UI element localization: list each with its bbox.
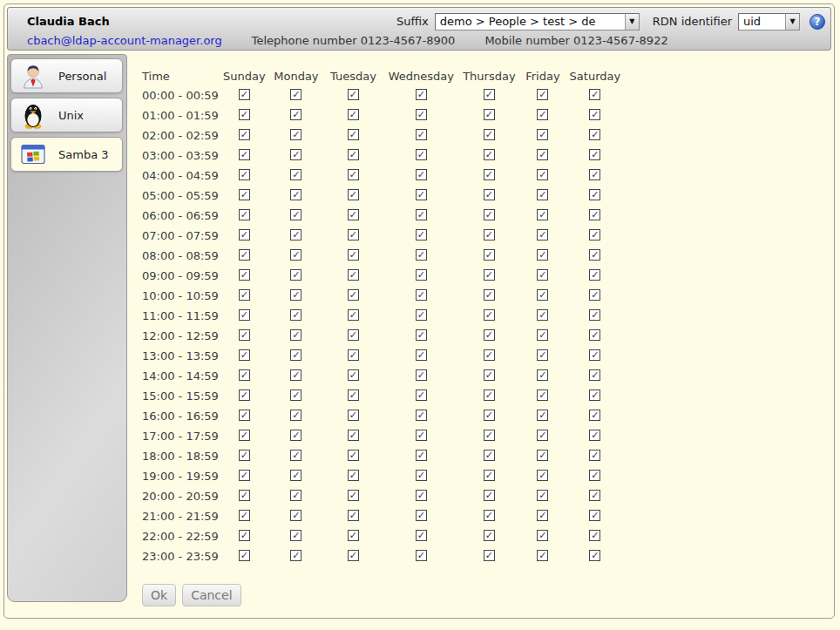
hour-checkbox[interactable]: ✓	[239, 89, 250, 100]
hour-checkbox[interactable]: ✓	[537, 209, 548, 220]
hour-checkbox[interactable]: ✓	[290, 189, 301, 200]
hour-checkbox[interactable]: ✓	[589, 550, 600, 561]
hour-checkbox[interactable]: ✓	[484, 530, 495, 541]
hour-checkbox[interactable]: ✓	[537, 430, 548, 441]
chevron-down-icon[interactable]: ▼	[785, 14, 799, 30]
hour-checkbox[interactable]: ✓	[239, 209, 250, 220]
hour-checkbox[interactable]: ✓	[239, 349, 250, 361]
hour-checkbox[interactable]: ✓	[537, 309, 548, 321]
hour-checkbox[interactable]: ✓	[537, 470, 548, 481]
hour-checkbox[interactable]: ✓	[484, 149, 495, 160]
hour-checkbox[interactable]: ✓	[484, 229, 495, 240]
hour-checkbox[interactable]: ✓	[537, 249, 548, 261]
hour-checkbox[interactable]: ✓	[290, 229, 301, 240]
hour-checkbox[interactable]: ✓	[348, 349, 359, 361]
hour-checkbox[interactable]: ✓	[589, 149, 600, 160]
hour-checkbox[interactable]: ✓	[290, 289, 301, 301]
hour-checkbox[interactable]: ✓	[348, 329, 359, 341]
hour-checkbox[interactable]: ✓	[290, 470, 301, 481]
hour-checkbox[interactable]: ✓	[290, 89, 301, 100]
hour-checkbox[interactable]: ✓	[589, 129, 600, 140]
hour-checkbox[interactable]: ✓	[537, 89, 548, 100]
hour-checkbox[interactable]: ✓	[484, 169, 495, 180]
rdn-identifier-select[interactable]: uid ▼	[738, 13, 800, 30]
hour-checkbox[interactable]: ✓	[239, 530, 250, 541]
hour-checkbox[interactable]: ✓	[484, 510, 495, 521]
hour-checkbox[interactable]: ✓	[416, 349, 427, 361]
hour-checkbox[interactable]: ✓	[589, 329, 600, 341]
hour-checkbox[interactable]: ✓	[348, 149, 359, 160]
hour-checkbox[interactable]: ✓	[537, 129, 548, 140]
hour-checkbox[interactable]: ✓	[416, 249, 427, 261]
hour-checkbox[interactable]: ✓	[239, 109, 250, 120]
hour-checkbox[interactable]: ✓	[589, 109, 600, 120]
cancel-button[interactable]: Cancel	[182, 584, 240, 606]
hour-checkbox[interactable]: ✓	[484, 470, 495, 481]
hour-checkbox[interactable]: ✓	[290, 550, 301, 561]
hour-checkbox[interactable]: ✓	[348, 550, 359, 561]
hour-checkbox[interactable]: ✓	[589, 349, 600, 361]
hour-checkbox[interactable]: ✓	[537, 550, 548, 561]
suffix-select[interactable]: demo > People > test > de ▼	[435, 13, 640, 30]
hour-checkbox[interactable]: ✓	[589, 169, 600, 180]
hour-checkbox[interactable]: ✓	[537, 109, 548, 120]
hour-checkbox[interactable]: ✓	[239, 550, 250, 561]
hour-checkbox[interactable]: ✓	[484, 189, 495, 200]
hour-checkbox[interactable]: ✓	[290, 209, 301, 220]
hour-checkbox[interactable]: ✓	[484, 410, 495, 421]
hour-checkbox[interactable]: ✓	[416, 149, 427, 160]
hour-checkbox[interactable]: ✓	[589, 450, 600, 461]
chevron-down-icon[interactable]: ▼	[625, 14, 639, 30]
hour-checkbox[interactable]: ✓	[416, 550, 427, 561]
hour-checkbox[interactable]: ✓	[239, 369, 250, 381]
hour-checkbox[interactable]: ✓	[537, 510, 548, 521]
hour-checkbox[interactable]: ✓	[589, 289, 600, 301]
hour-checkbox[interactable]: ✓	[348, 410, 359, 421]
hour-checkbox[interactable]: ✓	[416, 490, 427, 501]
tab-unix[interactable]: Unix	[10, 98, 123, 132]
hour-checkbox[interactable]: ✓	[290, 309, 301, 321]
hour-checkbox[interactable]: ✓	[290, 490, 301, 501]
hour-checkbox[interactable]: ✓	[239, 249, 250, 261]
hour-checkbox[interactable]: ✓	[537, 169, 548, 180]
hour-checkbox[interactable]: ✓	[239, 189, 250, 200]
hour-checkbox[interactable]: ✓	[537, 269, 548, 281]
hour-checkbox[interactable]: ✓	[239, 430, 250, 441]
hour-checkbox[interactable]: ✓	[589, 470, 600, 481]
hour-checkbox[interactable]: ✓	[239, 450, 250, 461]
hour-checkbox[interactable]: ✓	[416, 269, 427, 281]
hour-checkbox[interactable]: ✓	[348, 510, 359, 521]
hour-checkbox[interactable]: ✓	[348, 490, 359, 501]
hour-checkbox[interactable]: ✓	[348, 229, 359, 240]
hour-checkbox[interactable]: ✓	[589, 430, 600, 441]
hour-checkbox[interactable]: ✓	[416, 410, 427, 421]
hour-checkbox[interactable]: ✓	[239, 229, 250, 240]
hour-checkbox[interactable]: ✓	[239, 169, 250, 180]
help-icon[interactable]: ?	[810, 14, 825, 30]
hour-checkbox[interactable]: ✓	[416, 89, 427, 100]
hour-checkbox[interactable]: ✓	[290, 450, 301, 461]
hour-checkbox[interactable]: ✓	[484, 289, 495, 301]
hour-checkbox[interactable]: ✓	[537, 390, 548, 401]
hour-checkbox[interactable]: ✓	[416, 129, 427, 140]
hour-checkbox[interactable]: ✓	[290, 530, 301, 541]
hour-checkbox[interactable]: ✓	[416, 470, 427, 481]
hour-checkbox[interactable]: ✓	[239, 309, 250, 321]
hour-checkbox[interactable]: ✓	[348, 189, 359, 200]
hour-checkbox[interactable]: ✓	[484, 430, 495, 441]
hour-checkbox[interactable]: ✓	[239, 390, 250, 401]
hour-checkbox[interactable]: ✓	[484, 209, 495, 220]
hour-checkbox[interactable]: ✓	[290, 510, 301, 521]
hour-checkbox[interactable]: ✓	[537, 289, 548, 301]
hour-checkbox[interactable]: ✓	[589, 510, 600, 521]
hour-checkbox[interactable]: ✓	[290, 430, 301, 441]
hour-checkbox[interactable]: ✓	[416, 169, 427, 180]
hour-checkbox[interactable]: ✓	[589, 209, 600, 220]
hour-checkbox[interactable]: ✓	[484, 249, 495, 261]
hour-checkbox[interactable]: ✓	[239, 329, 250, 341]
hour-checkbox[interactable]: ✓	[484, 269, 495, 281]
hour-checkbox[interactable]: ✓	[290, 249, 301, 261]
hour-checkbox[interactable]: ✓	[589, 249, 600, 261]
hour-checkbox[interactable]: ✓	[484, 329, 495, 341]
hour-checkbox[interactable]: ✓	[348, 390, 359, 401]
